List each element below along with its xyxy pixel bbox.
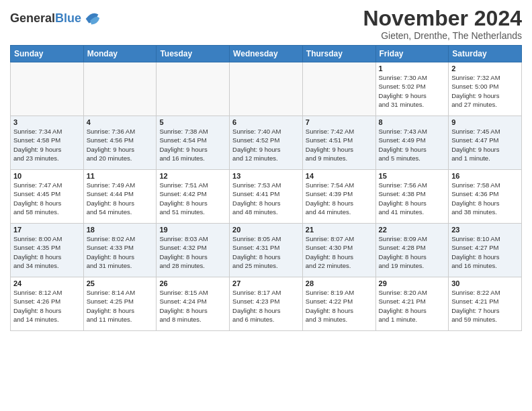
logo-icon <box>83 9 101 28</box>
table-row[interactable]: 23Sunrise: 8:10 AMSunset: 4:27 PMDayligh… <box>449 224 522 277</box>
logo-general-text: General <box>10 11 55 25</box>
table-row[interactable]: 10Sunrise: 7:47 AMSunset: 4:45 PMDayligh… <box>11 170 84 224</box>
day-number: 4 <box>87 118 154 126</box>
table-row[interactable] <box>302 62 375 116</box>
day-number: 28 <box>306 279 373 287</box>
day-number: 27 <box>232 279 300 287</box>
day-info: Sunrise: 8:22 AMSunset: 4:21 PMDaylight:… <box>451 288 519 324</box>
table-row[interactable]: 25Sunrise: 8:14 AMSunset: 4:25 PMDayligh… <box>83 277 157 331</box>
table-row[interactable]: 27Sunrise: 8:17 AMSunset: 4:23 PMDayligh… <box>230 277 303 331</box>
day-number: 10 <box>13 172 81 180</box>
table-row[interactable]: 2Sunrise: 7:32 AMSunset: 5:00 PMDaylight… <box>449 62 522 116</box>
day-info: Sunrise: 8:19 AMSunset: 4:22 PMDaylight:… <box>306 288 373 324</box>
day-info: Sunrise: 7:43 AMSunset: 4:49 PMDaylight:… <box>379 127 446 163</box>
day-info: Sunrise: 8:09 AMSunset: 4:28 PMDaylight:… <box>379 234 446 270</box>
table-row[interactable]: 21Sunrise: 8:07 AMSunset: 4:30 PMDayligh… <box>302 224 375 277</box>
day-number: 9 <box>451 118 519 126</box>
calendar-table: Sunday Monday Tuesday Wednesday Thursday… <box>10 45 522 331</box>
calendar-week-row: 3Sunrise: 7:34 AMSunset: 4:58 PMDaylight… <box>11 116 522 170</box>
day-number: 12 <box>159 172 226 180</box>
day-number: 17 <box>13 226 81 234</box>
day-number: 19 <box>159 226 226 234</box>
day-info: Sunrise: 7:45 AMSunset: 4:47 PMDaylight:… <box>451 127 519 163</box>
calendar-week-row: 1Sunrise: 7:30 AMSunset: 5:02 PMDaylight… <box>11 62 522 116</box>
table-row[interactable]: 3Sunrise: 7:34 AMSunset: 4:58 PMDaylight… <box>11 116 84 170</box>
day-info: Sunrise: 7:30 AMSunset: 5:02 PMDaylight:… <box>379 73 446 109</box>
logo-blue-text: Blue <box>55 11 81 25</box>
calendar-week-row: 17Sunrise: 8:00 AMSunset: 4:35 PMDayligh… <box>11 224 522 277</box>
day-info: Sunrise: 7:32 AMSunset: 5:00 PMDaylight:… <box>451 73 519 109</box>
day-number: 25 <box>87 279 154 287</box>
table-row[interactable]: 5Sunrise: 7:38 AMSunset: 4:54 PMDaylight… <box>157 116 230 170</box>
col-thursday: Thursday <box>302 46 375 62</box>
day-number: 5 <box>159 118 226 126</box>
table-row[interactable]: 11Sunrise: 7:49 AMSunset: 4:44 PMDayligh… <box>83 170 157 224</box>
day-info: Sunrise: 7:56 AMSunset: 4:38 PMDaylight:… <box>379 181 446 216</box>
day-number: 21 <box>306 226 373 234</box>
day-info: Sunrise: 8:05 AMSunset: 4:31 PMDaylight:… <box>232 234 300 270</box>
day-number: 1 <box>379 64 446 73</box>
day-info: Sunrise: 7:51 AMSunset: 4:42 PMDaylight:… <box>159 181 226 216</box>
day-number: 18 <box>87 226 154 234</box>
table-row[interactable]: 26Sunrise: 8:15 AMSunset: 4:24 PMDayligh… <box>157 277 230 331</box>
day-info: Sunrise: 8:14 AMSunset: 4:25 PMDaylight:… <box>87 288 154 324</box>
col-friday: Friday <box>375 46 449 62</box>
table-row[interactable]: 20Sunrise: 8:05 AMSunset: 4:31 PMDayligh… <box>230 224 303 277</box>
day-number: 30 <box>451 279 519 287</box>
day-info: Sunrise: 8:10 AMSunset: 4:27 PMDaylight:… <box>451 234 519 270</box>
day-info: Sunrise: 8:02 AMSunset: 4:33 PMDaylight:… <box>87 234 154 270</box>
table-row[interactable]: 7Sunrise: 7:42 AMSunset: 4:51 PMDaylight… <box>302 116 375 170</box>
table-row[interactable]: 6Sunrise: 7:40 AMSunset: 4:52 PMDaylight… <box>230 116 303 170</box>
day-info: Sunrise: 7:47 AMSunset: 4:45 PMDaylight:… <box>13 181 81 216</box>
table-row[interactable]: 19Sunrise: 8:03 AMSunset: 4:32 PMDayligh… <box>157 224 230 277</box>
day-number: 24 <box>13 279 81 287</box>
day-info: Sunrise: 7:58 AMSunset: 4:36 PMDaylight:… <box>451 181 519 216</box>
day-number: 8 <box>379 118 446 126</box>
table-row[interactable]: 15Sunrise: 7:56 AMSunset: 4:38 PMDayligh… <box>375 170 449 224</box>
col-tuesday: Tuesday <box>157 46 230 62</box>
day-info: Sunrise: 7:42 AMSunset: 4:51 PMDaylight:… <box>306 127 373 163</box>
table-row[interactable]: 29Sunrise: 8:20 AMSunset: 4:21 PMDayligh… <box>375 277 449 331</box>
col-sunday: Sunday <box>11 46 84 62</box>
table-row[interactable]: 18Sunrise: 8:02 AMSunset: 4:33 PMDayligh… <box>83 224 157 277</box>
col-monday: Monday <box>83 46 157 62</box>
day-number: 3 <box>13 118 81 126</box>
day-number: 16 <box>451 172 519 180</box>
table-row[interactable]: 9Sunrise: 7:45 AMSunset: 4:47 PMDaylight… <box>449 116 522 170</box>
table-row[interactable]: 24Sunrise: 8:12 AMSunset: 4:26 PMDayligh… <box>11 277 84 331</box>
table-row[interactable] <box>83 62 157 116</box>
table-row[interactable]: 28Sunrise: 8:19 AMSunset: 4:22 PMDayligh… <box>302 277 375 331</box>
table-row[interactable]: 17Sunrise: 8:00 AMSunset: 4:35 PMDayligh… <box>11 224 84 277</box>
day-info: Sunrise: 7:38 AMSunset: 4:54 PMDaylight:… <box>159 127 226 163</box>
day-number: 23 <box>451 226 519 234</box>
table-row[interactable]: 12Sunrise: 7:51 AMSunset: 4:42 PMDayligh… <box>157 170 230 224</box>
day-number: 15 <box>379 172 446 180</box>
calendar-week-row: 10Sunrise: 7:47 AMSunset: 4:45 PMDayligh… <box>11 170 522 224</box>
table-row[interactable]: 22Sunrise: 8:09 AMSunset: 4:28 PMDayligh… <box>375 224 449 277</box>
table-row[interactable]: 4Sunrise: 7:36 AMSunset: 4:56 PMDaylight… <box>83 116 157 170</box>
table-row[interactable] <box>157 62 230 116</box>
day-number: 29 <box>379 279 446 287</box>
table-row[interactable]: 14Sunrise: 7:54 AMSunset: 4:39 PMDayligh… <box>302 170 375 224</box>
table-row[interactable] <box>230 62 303 116</box>
table-row[interactable]: 8Sunrise: 7:43 AMSunset: 4:49 PMDaylight… <box>375 116 449 170</box>
day-number: 6 <box>232 118 300 126</box>
day-number: 14 <box>306 172 373 180</box>
calendar-header-row: Sunday Monday Tuesday Wednesday Thursday… <box>11 46 522 62</box>
table-row[interactable] <box>11 62 84 116</box>
col-wednesday: Wednesday <box>230 46 303 62</box>
day-info: Sunrise: 8:07 AMSunset: 4:30 PMDaylight:… <box>306 234 373 270</box>
table-row[interactable]: 30Sunrise: 8:22 AMSunset: 4:21 PMDayligh… <box>449 277 522 331</box>
page-container: GeneralBlue November 2024 Gieten, Drenth… <box>0 0 532 334</box>
day-info: Sunrise: 7:54 AMSunset: 4:39 PMDaylight:… <box>306 181 373 216</box>
day-info: Sunrise: 8:15 AMSunset: 4:24 PMDaylight:… <box>159 288 226 324</box>
table-row[interactable]: 1Sunrise: 7:30 AMSunset: 5:02 PMDaylight… <box>375 62 449 116</box>
table-row[interactable]: 16Sunrise: 7:58 AMSunset: 4:36 PMDayligh… <box>449 170 522 224</box>
day-info: Sunrise: 8:00 AMSunset: 4:35 PMDaylight:… <box>13 234 81 270</box>
day-number: 22 <box>379 226 446 234</box>
day-number: 11 <box>87 172 154 180</box>
location: Gieten, Drenthe, The Netherlands <box>363 30 522 41</box>
col-saturday: Saturday <box>449 46 522 62</box>
day-info: Sunrise: 8:17 AMSunset: 4:23 PMDaylight:… <box>232 288 300 324</box>
table-row[interactable]: 13Sunrise: 7:53 AMSunset: 4:41 PMDayligh… <box>230 170 303 224</box>
